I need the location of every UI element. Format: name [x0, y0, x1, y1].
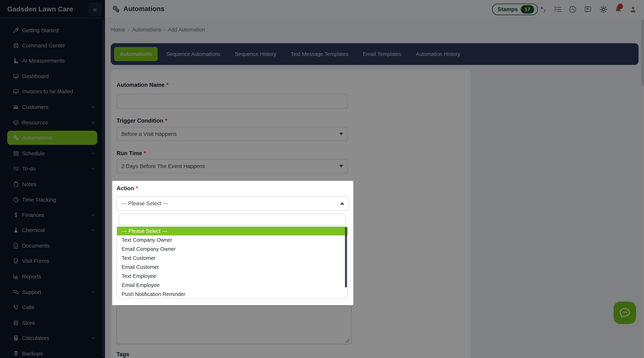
dropdown-option-push-notification-reminder[interactable]: Push Notification Reminder	[117, 290, 348, 299]
action-spotlight-panel: Action* --- Please Select --- --- Please…	[112, 181, 353, 305]
app-root: Gadsden Lawn Care « Getting Started Comm…	[0, 0, 644, 358]
dropdown-option-email-employee[interactable]: Email Employee	[117, 281, 348, 290]
dropdown-scrollbar-thumb[interactable]	[345, 227, 347, 288]
dropdown-option-text-employee[interactable]: Text Employee	[117, 272, 348, 281]
required-asterisk: *	[136, 185, 138, 191]
dropdown-option-please-select[interactable]: --- Please Select ---	[117, 227, 348, 235]
action-select[interactable]: --- Please Select ---	[116, 196, 349, 210]
action-label: Action*	[116, 185, 138, 192]
dropdown-option-email-company-owner[interactable]: Email Company Owner	[117, 244, 348, 253]
dropdown-option-email-customer[interactable]: Email Customer	[117, 263, 348, 272]
action-dropdown-list: --- Please Select --- Text Company Owner…	[116, 226, 348, 299]
action-search-input[interactable]	[119, 214, 346, 225]
dropdown-option-text-customer[interactable]: Text Customer	[117, 253, 348, 263]
caret-up-icon	[340, 202, 344, 205]
dropdown-option-text-company-owner[interactable]: Text Company Owner	[117, 235, 348, 244]
